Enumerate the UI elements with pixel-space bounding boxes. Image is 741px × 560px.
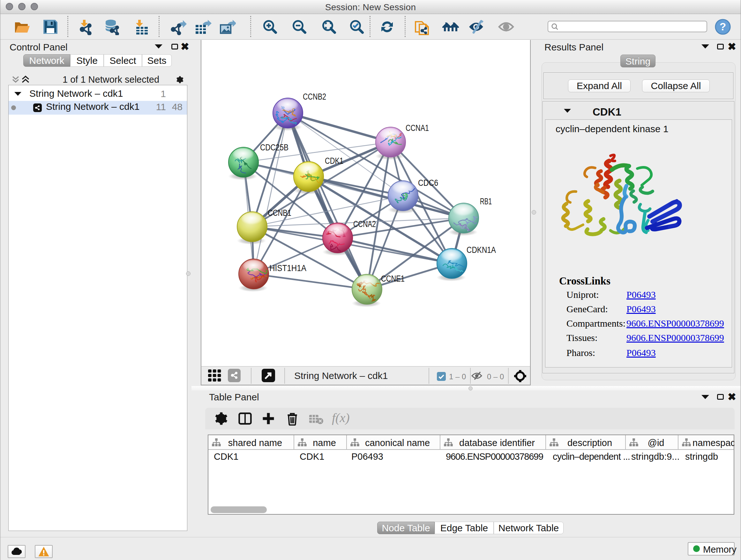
svg-text:CDKN1A: CDKN1A <box>467 245 496 255</box>
svg-text:HIST1H1A: HIST1H1A <box>269 263 307 273</box>
svg-text:CCNB1: CCNB1 <box>268 208 291 218</box>
svg-text:CDC25B: CDC25B <box>260 143 288 152</box>
svg-text:CCNA2: CCNA2 <box>353 219 376 229</box>
svg-text:RB1: RB1 <box>480 197 492 206</box>
svg-text:CCNB2: CCNB2 <box>303 92 326 102</box>
svg-text:CDC6: CDC6 <box>418 178 438 188</box>
svg-text:CDK1: CDK1 <box>325 156 343 166</box>
svg-text:CCNA1: CCNA1 <box>406 123 429 133</box>
svg-text:?: ? <box>720 21 726 33</box>
svg-text:CCNE1: CCNE1 <box>381 274 405 284</box>
